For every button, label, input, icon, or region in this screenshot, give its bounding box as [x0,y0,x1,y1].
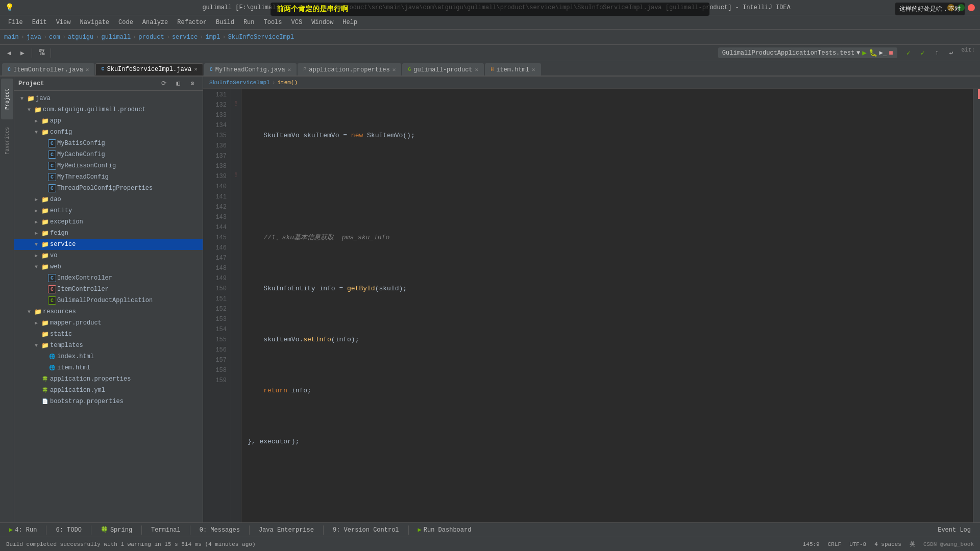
tree-itemcontroller[interactable]: C ItemController [14,284,203,295]
menu-code[interactable]: Code [114,18,137,27]
menu-tools[interactable]: Tools [260,18,286,27]
vcs-push-button[interactable]: ↑ [931,47,943,59]
tree-mapper-product[interactable]: ▶ 📁 mapper.product [14,317,203,329]
vcs-commit-button[interactable]: ✓ [917,47,929,59]
code-editor[interactable]: SkuItemVo skuItemVo = new SkuItemVo(); /… [241,89,973,522]
menu-window[interactable]: Window [307,18,337,27]
stop-button[interactable]: ■ [889,49,893,57]
project-structure-button[interactable]: 🏗 [35,47,47,59]
menu-help[interactable]: Help [338,18,361,27]
tree-config[interactable]: ▼ 📁 config [14,127,203,138]
nav-java[interactable]: java [27,34,41,41]
tab-close-skuinfoserviceimpl[interactable]: ✕ [194,66,198,72]
menu-build[interactable]: Build [212,18,238,27]
side-tab-project[interactable]: Project [1,79,13,119]
tree-applicationyml[interactable]: 🍀 application.yml [14,385,203,396]
spring-tab[interactable]: 🍀 Spring [95,525,137,535]
tree-itemhtml[interactable]: 🌐 item.html [14,362,203,373]
forward-button[interactable]: ▶ [16,47,29,59]
menu-run[interactable]: Run [239,18,259,27]
tree-threadpoolconfigproperties[interactable]: C ThreadPoolConfigProperties [14,183,203,194]
indent-indicator[interactable]: 4 spaces [874,541,901,547]
nav-product[interactable]: product [138,34,164,41]
tree-templates[interactable]: ▼ 📁 templates [14,340,203,351]
tab-skuinfoserviceimpl[interactable]: C SkuInfoServiceImpl.java ✕ [95,63,203,76]
tree-applicationproperties[interactable]: 🍀 application.properties [14,373,203,385]
tree-gulimallproductapplication[interactable]: C GulimallProductApplication [14,295,203,306]
caret-position[interactable]: 145:9 [803,541,820,547]
run-tab[interactable]: ▶ 4: Run [4,525,42,535]
tab-itemcontroller[interactable]: C ItemController.java ✕ [2,63,94,76]
tree-app[interactable]: ▶ 📁 app [14,115,203,127]
tree-mycacheconfig[interactable]: C MyCacheConfig [14,149,203,160]
crlf-indicator[interactable]: CRLF [828,541,841,547]
collapse-icon[interactable]: ◧ [172,78,184,90]
java-enterprise-tab[interactable]: Java Enterprise [254,525,319,535]
tab-close-gulimallproduct[interactable]: ✕ [475,66,479,73]
project-panel-header: Project ⟳ ◧ ⚙ [14,77,203,91]
nav-gulimall[interactable]: gulimall [101,34,131,41]
breadcrumb-skuinfoserviceimpl[interactable]: SkuInfoServiceImpl [209,80,270,86]
tree-dao[interactable]: ▶ 📁 dao [14,194,203,205]
tree-resources[interactable]: ▼ 📁 resources [14,306,203,317]
breadcrumb-item-method[interactable]: item() [277,80,298,86]
tree-indexcontroller[interactable]: C IndexController [14,272,203,284]
sync-icon[interactable]: ⟳ [158,78,170,90]
tree-exception[interactable]: ▶ 📁 exception [14,216,203,228]
menu-file[interactable]: File [4,18,27,27]
settings-icon[interactable]: ⚙ [186,78,199,90]
nav-main[interactable]: main [4,34,19,41]
menu-edit[interactable]: Edit [28,18,51,27]
menu-refactor[interactable]: Refactor [173,18,211,27]
tree-bootstrapproperties[interactable]: 📄 bootstrap.properties [14,396,203,407]
tab-close-applicationproperties[interactable]: ✕ [393,66,396,73]
tree-mythreadconfig[interactable]: C MyThreadConfig [14,171,203,183]
todo-tab[interactable]: 6: TODO [51,525,86,535]
messages-tab[interactable]: 0: Messages [194,525,245,535]
back-button[interactable]: ◀ [3,47,15,59]
encoding-indicator[interactable]: UTF-8 [849,541,866,547]
nav-impl[interactable]: impl [206,34,220,41]
tree-mybatisconfig[interactable]: C MyBatisConfig [14,138,203,149]
nav-com[interactable]: com [49,34,60,41]
tree-label-config: config [50,129,72,136]
menu-navigate[interactable]: Navigate [76,18,113,27]
tab-mythreadconfig[interactable]: C MyThreadConfig.java ✕ [204,63,297,76]
language-indicator[interactable]: 英 [910,540,915,548]
nav-skuinfoserviceimpl[interactable]: SkuInfoServiceImpl [228,34,295,41]
version-control-tab[interactable]: 9: Version Control [328,525,404,535]
run-dropdown-icon[interactable]: ▼ [856,49,860,57]
tab-close-itemhtml[interactable]: ✕ [532,66,535,73]
tree-package[interactable]: ▼ 📁 com.atguigu.gulimall.product [14,104,203,115]
tab-close-mythreadconfig[interactable]: ✕ [288,66,291,73]
nav-atguigu[interactable]: atguigu [68,34,93,41]
tab-itemhtml[interactable]: H item.html ✕ [485,63,541,76]
tree-web[interactable]: ▼ 📁 web [14,261,203,272]
terminal-tab[interactable]: Terminal [146,525,186,535]
menu-vcs[interactable]: VCS [287,18,307,27]
side-tab-favorites[interactable]: Favorites [1,120,13,161]
tree-service[interactable]: ▼ 📁 service [14,239,203,250]
tab-gulimallproduct[interactable]: G gulimall-product ✕ [402,63,484,76]
tree-entity[interactable]: ▶ 📁 entity [14,205,203,216]
nav-service[interactable]: service [172,34,198,41]
run-button[interactable]: ▶ [862,48,866,57]
menu-analyze[interactable]: Analyze [138,18,172,27]
event-log-tab[interactable]: Event Log [933,525,976,535]
vcs-revert-button[interactable]: ↩ [945,47,958,59]
menu-view[interactable]: View [52,18,75,27]
run-coverage-button[interactable]: ▶̲ [879,49,887,57]
vcs-update-button[interactable]: ✓ [902,47,915,59]
tab-applicationproperties[interactable]: P application.properties ✕ [298,63,401,76]
debug-button[interactable]: 🐛 [869,48,877,57]
close-button[interactable] [968,4,975,11]
tree-java[interactable]: ▼ 📁 java [14,93,203,104]
tree-static[interactable]: 📁 static [14,329,203,340]
tab-close-itemcontroller[interactable]: ✕ [86,66,89,73]
tree-indexhtml[interactable]: 🌐 index.html [14,351,203,362]
run-dashboard-tab[interactable]: ▶ Run Dashboard [413,525,477,535]
code-content[interactable]: 131 132 133 134 135 136 137 138 139 140 … [203,89,980,522]
tree-vo[interactable]: ▶ 📁 vo [14,250,203,261]
tree-feign[interactable]: ▶ 📁 feign [14,228,203,239]
tree-myredissonconfig[interactable]: C MyRedissonConfig [14,160,203,171]
